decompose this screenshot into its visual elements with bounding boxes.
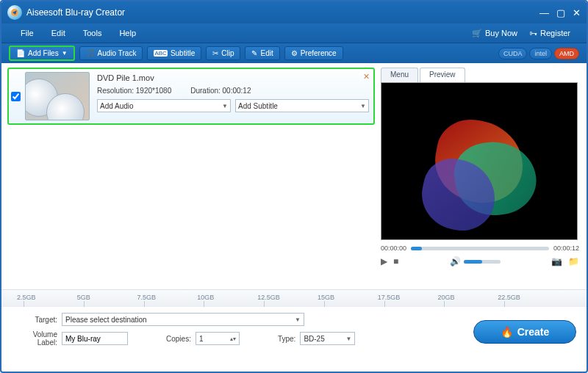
create-button[interactable]: 🔥 Create [473,320,576,344]
ruler-tick: 15GB [318,294,334,301]
subtitle-button[interactable]: ABC Subtitle [147,46,201,60]
file-checkbox[interactable] [11,92,21,101]
ruler-tick: 7.5GB [137,294,157,301]
menu-file[interactable]: File [12,26,43,40]
maximize-button[interactable]: ▢ [556,7,565,18]
file-card[interactable]: DVD Pile 1.mov Resolution: 1920*1080 Dur… [7,68,375,125]
edit-label: Edit [260,49,273,57]
preview-viewport [381,82,578,240]
add-files-label: Add Files [28,49,59,57]
close-button[interactable]: ✕ [573,7,581,18]
file-icon: 📄 [16,49,25,57]
create-label: Create [517,326,550,338]
play-button[interactable]: ▶ [381,256,387,267]
bottom-panel: Target: Please select destination▼ Volum… [1,307,587,357]
key-icon: 🗝 [529,29,537,37]
ruler-tick: 20GB [437,294,454,301]
scissors-icon: ✂ [212,49,218,57]
volume-label-input[interactable] [62,332,128,345]
size-ruler: 2.5GB 5GB 7.5GB 10GB 12.5GB 15GB 17.5GB … [1,289,587,307]
gear-icon: ⚙ [291,49,298,57]
file-list-pane: DVD Pile 1.mov Resolution: 1920*1080 Dur… [1,63,381,289]
playback-timeline[interactable]: 00:00:00 00:00:12 [381,245,579,252]
tab-menu[interactable]: Menu [381,68,418,82]
volume-icon[interactable]: 🔊 [450,256,461,267]
add-audio-select[interactable]: Add Audio▼ [97,99,231,112]
pencil-icon: ✎ [251,49,257,57]
duration-info: Duration: 00:00:12 [190,87,251,95]
type-label: Type: [278,335,295,343]
titlebar: Aiseesoft Blu-ray Creator — ▢ ✕ [1,1,587,23]
seek-bar[interactable] [411,247,549,250]
add-files-button[interactable]: 📄 Add Files ▼ [9,46,75,61]
minimize-button[interactable]: — [539,7,549,18]
copies-stepper[interactable]: 1▴▾ [196,332,240,345]
register-label: Register [540,29,570,37]
chevron-down-icon: ▼ [295,316,301,323]
ruler-tick: 2.5GB [17,294,36,301]
amd-pill: AMD [554,48,579,59]
time-start: 00:00:00 [381,245,406,252]
chevron-down-icon: ▼ [62,50,68,57]
file-name: DVD Pile 1.mov [97,73,369,82]
chevron-down-icon: ▼ [345,336,351,342]
preference-button[interactable]: ⚙ Preference [284,46,343,60]
resolution-info: Resolution: 1920*1080 [97,87,171,95]
preference-label: Preference [301,49,337,57]
cuda-pill: CUDA [498,48,528,59]
time-end: 00:00:12 [553,245,579,252]
ruler-tick: 12.5GB [257,294,280,301]
chevron-down-icon: ▼ [222,103,228,109]
menu-help[interactable]: Help [110,26,145,40]
gpu-indicators: CUDA intel AMD [498,48,579,59]
add-subtitle-select[interactable]: Add Subtitle▼ [235,99,369,112]
chevron-down-icon: ▼ [360,103,366,109]
preview-pane: Menu Preview 00:00:00 00:00:12 ▶ ■ 🔊 📷 [381,63,587,289]
copies-label: Copies: [166,335,191,343]
ruler-tick: 5GB [77,294,90,301]
file-thumbnail [25,72,90,120]
ruler-tick: 10GB [197,294,214,301]
intel-pill: intel [529,48,552,59]
menu-edit[interactable]: Edit [43,26,74,40]
target-select[interactable]: Please select destination▼ [62,313,304,326]
clip-label: Clip [221,49,234,57]
toolbar: 📄 Add Files ▼ 🎵 Audio Track ABC Subtitle… [1,43,587,63]
edit-button[interactable]: ✎ Edit [245,46,279,60]
menubar: File Edit Tools Help 🛒 Buy Now 🗝 Registe… [1,23,587,43]
music-icon: 🎵 [86,49,95,57]
buy-now-label: Buy Now [485,29,517,37]
snapshot-button[interactable]: 📷 [551,256,562,267]
register-button[interactable]: 🗝 Register [523,27,576,39]
stepper-icon: ▴▾ [230,336,236,342]
open-folder-button[interactable]: 📁 [568,256,579,267]
app-title: Aiseesoft Blu-ray Creator [26,7,125,18]
abc-icon: ABC [154,50,167,57]
volume-slider[interactable] [464,260,501,264]
subtitle-label: Subtitle [171,49,195,57]
type-select[interactable]: BD-25▼ [300,332,355,345]
target-label: Target: [12,316,57,324]
cart-icon: 🛒 [472,29,482,38]
stop-button[interactable]: ■ [393,256,398,267]
ruler-tick: 22.5GB [498,294,520,301]
volume-label-label: Volume Label: [12,330,57,347]
menu-tools[interactable]: Tools [74,26,111,40]
app-logo-icon [7,5,22,20]
buy-now-button[interactable]: 🛒 Buy Now [466,27,523,40]
remove-file-button[interactable]: ✕ [362,72,370,81]
audio-track-button[interactable]: 🎵 Audio Track [79,46,143,60]
tab-preview[interactable]: Preview [420,68,465,82]
ruler-tick: 17.5GB [378,294,401,301]
burn-icon: 🔥 [501,326,513,338]
audio-track-label: Audio Track [98,49,137,57]
clip-button[interactable]: ✂ Clip [206,46,240,60]
